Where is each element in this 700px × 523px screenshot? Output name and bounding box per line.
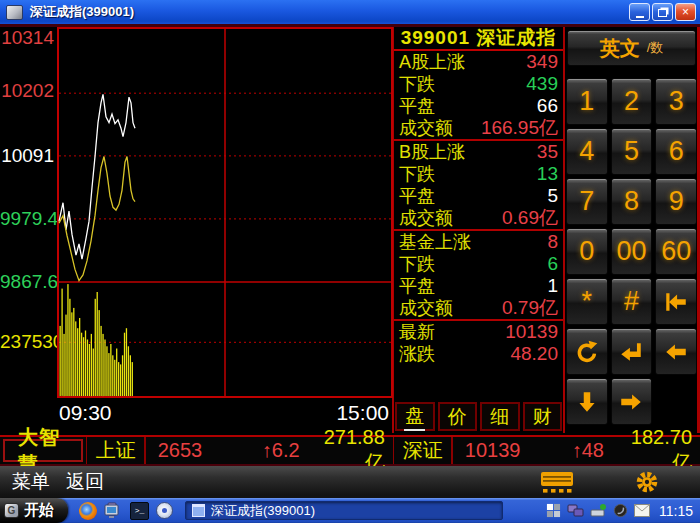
key-4[interactable]: 4 (566, 128, 608, 175)
market-values-sz: 10139 ↑48 182.70亿 (453, 437, 700, 464)
restore-icon (658, 9, 667, 17)
menu-button[interactable]: 菜单 (12, 469, 50, 495)
volume-axis-label: 237530 (0, 331, 54, 353)
tab-pan[interactable]: 盘 (395, 402, 435, 431)
keyboard-icon[interactable] (540, 471, 576, 494)
market-name-sz[interactable]: 深证 (394, 437, 451, 464)
app-icon (6, 5, 23, 20)
key-enter[interactable] (611, 328, 653, 375)
start-logo-icon: G (4, 503, 19, 518)
key-3[interactable]: 3 (655, 78, 697, 125)
row-label: 涨跌 (399, 342, 435, 366)
network-icon[interactable] (567, 503, 584, 518)
b-share-group: B股上涨35 下跌13 平盘5 成交额0.69亿 (394, 141, 563, 231)
price-axis-label: 9979.4 (0, 208, 54, 230)
bottom-menu-bar: 菜单 返回 (0, 466, 700, 498)
key-rotate[interactable] (566, 328, 608, 375)
latest-group: 最新10139 涨跌48.20 (394, 321, 563, 365)
key-7[interactable]: 7 (566, 178, 608, 225)
sh-change: ↑6.2 (238, 439, 324, 462)
row-value: 13 (537, 163, 558, 185)
price-axis-label: 9867.6 (0, 271, 54, 293)
key-down[interactable] (566, 378, 608, 425)
time-axis-end: 15:00 (336, 401, 389, 425)
restore-button[interactable] (652, 3, 673, 21)
key-star[interactable]: * (566, 278, 608, 325)
row-label: 下跌 (399, 252, 435, 276)
close-button[interactable]: × (675, 3, 696, 21)
firefox-icon[interactable] (79, 502, 97, 520)
start-button[interactable]: G 开始 (0, 498, 68, 523)
back-button[interactable]: 返回 (66, 469, 104, 495)
key-1[interactable]: 1 (566, 78, 608, 125)
key-5[interactable]: 5 (611, 128, 653, 175)
key-6[interactable]: 6 (655, 128, 697, 175)
row-label: 平盘 (399, 94, 435, 118)
arrow-down-icon (574, 389, 600, 415)
title-bar: 深证成指(399001) × (0, 0, 700, 24)
tab-xi[interactable]: 细 (480, 402, 520, 431)
key-right[interactable] (611, 378, 653, 425)
volume-icon[interactable] (613, 503, 628, 518)
row-value: 66 (537, 95, 558, 117)
index-chart-svg (57, 27, 393, 398)
row-value: 8 (547, 231, 558, 253)
price-axis-label: 10091 (0, 145, 54, 167)
row-value: 0.69亿 (502, 205, 558, 231)
row-value: 0.79亿 (502, 295, 558, 321)
row-label: 下跌 (399, 162, 435, 186)
input-grid-icon[interactable] (546, 503, 561, 518)
key-9[interactable]: 9 (655, 178, 697, 225)
row-label: 基金上涨 (399, 230, 471, 254)
price-axis-label: 10314 (0, 27, 54, 49)
row-label: 成交额 (399, 206, 453, 230)
key-0[interactable]: 0 (566, 228, 608, 275)
tab-cai[interactable]: 财 (523, 402, 563, 431)
arrow-right-icon (618, 389, 644, 415)
price-axis-label: 10202 (0, 80, 54, 102)
input-mode-key[interactable]: 英文 /数 (567, 30, 696, 66)
window-icon (192, 504, 205, 517)
key-00[interactable]: 00 (611, 228, 653, 275)
minimize-icon (636, 16, 644, 18)
close-icon: × (682, 5, 689, 19)
disc-icon[interactable] (156, 502, 173, 519)
gear-icon[interactable] (634, 469, 660, 495)
key-left[interactable] (655, 328, 697, 375)
key-8[interactable]: 8 (611, 178, 653, 225)
taskbar-clock[interactable]: 11:15 (659, 503, 693, 519)
system-tray: 11:15 (546, 503, 700, 519)
quote-header: 399001 深证成指 (394, 27, 563, 51)
my-computer-icon[interactable] (104, 502, 123, 520)
terminal-icon[interactable]: >_ (130, 502, 149, 520)
time-axis: 09:30 15:00 (57, 399, 393, 427)
row-value: 10139 (505, 321, 558, 343)
fund-group: 基金上涨8 下跌6 平盘1 成交额0.79亿 (394, 231, 563, 321)
row-label: 成交额 (399, 296, 453, 320)
panel-keypad-divider (563, 27, 565, 433)
market-name-sh[interactable]: 上证 (87, 437, 144, 464)
keyboard-tray-icon[interactable] (590, 503, 607, 518)
row-label: 平盘 (399, 184, 435, 208)
key-60[interactable]: 60 (655, 228, 697, 275)
row-label: 下跌 (399, 72, 435, 96)
quote-panel: 399001 深证成指 A股上涨349 下跌439 平盘66 成交额166.95… (394, 27, 563, 433)
arrow-left-icon (663, 339, 689, 365)
intraday-chart[interactable] (57, 27, 393, 398)
row-value: 349 (526, 51, 558, 73)
taskbar: G 开始 >_ 深证成指(399001) (0, 498, 700, 523)
key-2[interactable]: 2 (611, 78, 653, 125)
app-window: 深证成指(399001) × 10314 10202 10091 9979.4 … (0, 0, 700, 523)
rotate-ccw-icon (574, 339, 600, 365)
taskbar-task-button[interactable]: 深证成指(399001) (185, 501, 503, 520)
market-status-bar: 大智慧 上证 2653 ↑6.2 271.88亿 深证 10139 ↑48 18… (0, 435, 700, 466)
key-hash[interactable]: # (611, 278, 653, 325)
row-label: 平盘 (399, 274, 435, 298)
key-backspace[interactable] (655, 278, 697, 325)
brand-button[interactable]: 大智慧 (3, 439, 83, 462)
minimize-button[interactable] (629, 3, 650, 21)
row-value: 1 (547, 275, 558, 297)
mail-icon[interactable] (634, 504, 650, 517)
tab-jia[interactable]: 价 (438, 402, 478, 431)
row-label: A股上涨 (399, 50, 465, 74)
